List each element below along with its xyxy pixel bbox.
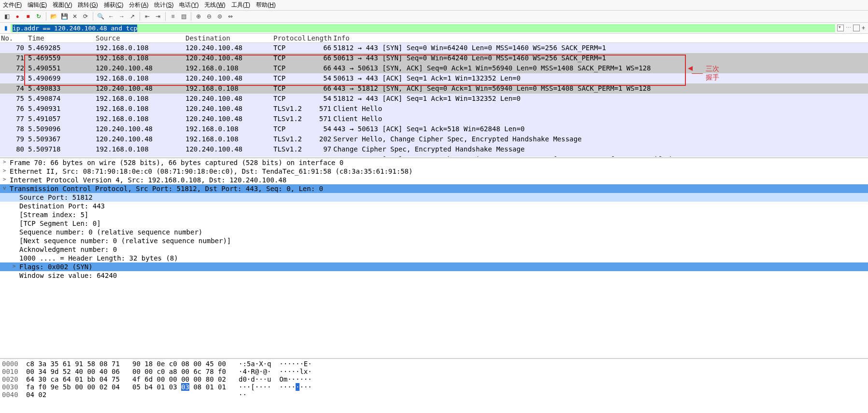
menu-f[interactable]: 文件(F) xyxy=(3,1,22,9)
detail-line[interactable]: Frame 70: 66 bytes on wire (528 bits), 6… xyxy=(0,158,868,167)
packet-row[interactable]: 725.490551120.240.100.48192.168.0.108TCP… xyxy=(0,63,868,73)
colorize-icon[interactable]: ▤ xyxy=(179,12,188,21)
detail-line[interactable]: Destination Port: 443 xyxy=(0,202,868,210)
packet-row[interactable]: 775.491057192.168.0.108120.240.100.48TLS… xyxy=(0,114,868,124)
packet-row[interactable]: 815.509929192.168.0.108120.240.100.48TCP… xyxy=(0,154,868,157)
autoscroll-icon[interactable]: ≡ xyxy=(168,12,178,21)
detail-line[interactable]: Sequence number: 0 (relative sequence nu… xyxy=(0,228,868,236)
display-filter-input[interactable]: ip.addr == 120.240.100.48 and tcp xyxy=(11,24,835,32)
filter-apply-icon[interactable] xyxy=(853,25,860,31)
packet-row[interactable]: 705.469285192.168.0.108120.240.100.48TCP… xyxy=(0,43,868,53)
close-icon[interactable]: ✕ xyxy=(70,12,80,21)
save-icon[interactable]: 💾 xyxy=(59,12,69,21)
detail-line[interactable]: [TCP Segment Len: 0] xyxy=(0,219,868,228)
packet-row[interactable]: 805.509718192.168.0.108120.240.100.48TLS… xyxy=(0,144,868,154)
menu-v[interactable]: 视图(V) xyxy=(53,1,72,9)
packet-row[interactable]: 715.469559192.168.0.108120.240.100.48TCP… xyxy=(0,53,868,63)
goto-icon[interactable]: ↗ xyxy=(128,12,137,21)
packet-row[interactable]: 765.490931192.168.0.108120.240.100.48TLS… xyxy=(0,104,868,114)
menu-c[interactable]: 捕获(C) xyxy=(104,1,124,9)
packet-row[interactable]: 745.490833120.240.100.48192.168.0.108TCP… xyxy=(0,83,868,94)
detail-line[interactable]: Ethernet II, Src: 08:71:90:18:0e:c0 (08:… xyxy=(0,167,868,176)
open-icon[interactable]: 📂 xyxy=(49,12,58,21)
detail-line[interactable]: Window size value: 64240 xyxy=(0,271,868,280)
packet-row[interactable]: 785.509096120.240.100.48192.168.0.108TCP… xyxy=(0,124,868,134)
menubar: 文件(F)编辑(E)视图(V)跳转(G)捕获(C)分析(A)统计(S)电话(Y)… xyxy=(0,0,868,11)
detail-line[interactable]: Source Port: 51812 xyxy=(0,193,868,202)
detail-line[interactable]: 1000 .... = Header Length: 32 bytes (8) xyxy=(0,254,868,262)
hex-row[interactable]: 004004 02·· xyxy=(2,391,866,399)
toolbar: ◧●■↻📂💾✕⟳🔍←→↗⇤⇥≡▤⊕⊖⊜⇔ xyxy=(0,11,868,23)
menu-h[interactable]: 帮助(H) xyxy=(256,1,276,9)
prev-icon[interactable]: ← xyxy=(106,12,116,21)
hex-row[interactable]: 001000 34 9d 52 40 00 40 0600 00 c0 a8 0… xyxy=(2,368,866,375)
packet-row[interactable]: 795.509367120.240.100.48192.168.0.108TLS… xyxy=(0,134,868,144)
col-destination[interactable]: Destination xyxy=(185,34,272,42)
detail-line[interactable]: Transmission Control Protocol, Src Port:… xyxy=(0,184,868,193)
next-icon[interactable]: → xyxy=(117,12,127,21)
col-length[interactable]: Length xyxy=(306,34,332,42)
menu-w[interactable]: 无线(W) xyxy=(204,1,225,9)
detail-line[interactable]: Acknowledgment number: 0 xyxy=(0,245,868,254)
detail-line[interactable]: Flags: 0x002 (SYN) xyxy=(0,262,868,271)
menu-t[interactable]: 工具(T) xyxy=(231,1,250,9)
col-source[interactable]: Source xyxy=(95,34,185,42)
packet-bytes-pane: 0000c8 3a 35 61 91 58 08 7190 18 0e c0 0… xyxy=(0,359,868,413)
packet-list-pane: No. Time Source Destination Protocol Len… xyxy=(0,34,868,158)
filter-add-icon[interactable]: + xyxy=(862,25,865,31)
resize-cols-icon[interactable]: ⇔ xyxy=(226,12,235,21)
detail-line[interactable]: [Stream index: 5] xyxy=(0,210,868,219)
display-filter-bar: ▮ ip.addr == 120.240.100.48 and tcp ▾ ⋯ … xyxy=(0,23,868,34)
stop-icon[interactable]: ■ xyxy=(23,12,33,21)
col-info[interactable]: Info xyxy=(332,34,687,42)
bookmark-icon[interactable]: ▮ xyxy=(1,23,11,33)
filter-dropdown-icon[interactable]: ▾ xyxy=(837,25,844,31)
find-icon[interactable]: 🔍 xyxy=(96,12,105,21)
menu-y[interactable]: 电话(Y) xyxy=(179,1,199,9)
detail-line[interactable]: Internet Protocol Version 4, Src: 192.16… xyxy=(0,176,868,184)
col-time[interactable]: Time xyxy=(27,34,95,42)
packet-row[interactable]: 735.490699192.168.0.108120.240.100.48TCP… xyxy=(0,73,868,83)
first-icon[interactable]: ⇤ xyxy=(142,12,152,21)
col-protocol[interactable]: Protocol xyxy=(272,34,306,42)
reload-icon[interactable]: ⟳ xyxy=(81,12,90,21)
hex-row[interactable]: 002064 30 ca 64 01 bb 04 754f 6d 00 00 0… xyxy=(2,375,866,383)
packet-list-header: No. Time Source Destination Protocol Len… xyxy=(0,34,868,43)
col-no[interactable]: No. xyxy=(0,34,27,42)
zoom-out-icon[interactable]: ⊖ xyxy=(204,12,214,21)
menu-g[interactable]: 跳转(G) xyxy=(78,1,98,9)
zoom-in-icon[interactable]: ⊕ xyxy=(194,12,203,21)
menu-e[interactable]: 编辑(E) xyxy=(28,1,47,9)
interfaces-icon[interactable]: ◧ xyxy=(2,12,12,21)
packet-details-pane: Frame 70: 66 bytes on wire (528 bits), 6… xyxy=(0,158,868,359)
menu-a[interactable]: 分析(A) xyxy=(129,1,148,9)
restart-icon[interactable]: ↻ xyxy=(34,12,43,21)
hex-row[interactable]: 0030fa f0 9e 5b 00 00 02 0405 b4 01 03 0… xyxy=(2,383,866,391)
detail-line[interactable]: [Next sequence number: 0 (relative seque… xyxy=(0,236,868,245)
packet-row[interactable]: 755.490874192.168.0.108120.240.100.48TCP… xyxy=(0,94,868,104)
expression-button[interactable]: ⋯ xyxy=(846,25,851,31)
zoom-reset-icon[interactable]: ⊜ xyxy=(215,12,225,21)
hex-row[interactable]: 0000c8 3a 35 61 91 58 08 7190 18 0e c0 0… xyxy=(2,360,866,368)
menu-s[interactable]: 统计(S) xyxy=(154,1,173,9)
last-icon[interactable]: ⇥ xyxy=(153,12,163,21)
start-icon[interactable]: ● xyxy=(13,12,22,21)
